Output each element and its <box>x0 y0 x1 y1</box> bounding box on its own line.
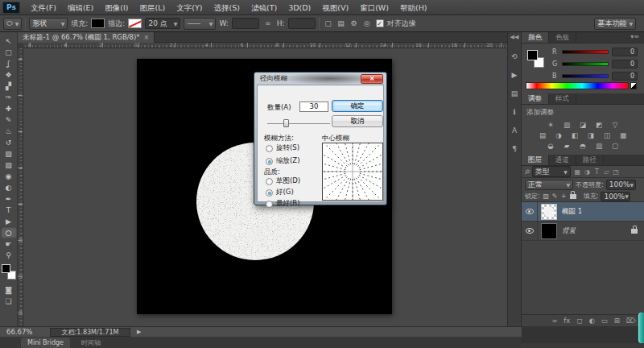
filter-shape-layers-icon[interactable]: ▱ <box>602 168 611 176</box>
quality-radio[interactable]: 草图(D) <box>266 176 300 186</box>
black-white-icon[interactable]: ◧ <box>569 130 580 139</box>
hue-saturation-icon[interactable]: ▤ <box>537 130 548 139</box>
menu-item[interactable]: 文件(F) <box>25 0 62 15</box>
levels-icon[interactable]: ▥ <box>561 120 572 129</box>
color-ramp[interactable] <box>526 82 629 89</box>
panel-tab[interactable]: 样式 <box>549 93 576 104</box>
tool-preset-picker[interactable]: ⬭▼ <box>3 18 22 30</box>
panel-tab[interactable]: 颜色 <box>522 32 549 43</box>
layer-name[interactable]: 椭圆 1 <box>562 207 582 217</box>
blur-method-radio[interactable]: 旋转(S) <box>266 143 299 153</box>
curves-icon[interactable]: ◪ <box>577 120 588 129</box>
color-lookup-icon[interactable]: ▩ <box>617 130 629 139</box>
amount-input[interactable]: 30 <box>299 102 328 112</box>
vibrance-icon[interactable]: ▽ <box>609 120 621 129</box>
blue-value[interactable]: 0 <box>612 72 638 81</box>
filter-smart-objects-icon[interactable]: ◳ <box>612 168 621 176</box>
paragraph-panel-icon[interactable]: ¶ <box>508 143 521 155</box>
horizontal-ruler[interactable]: 64202468101214161820 <box>18 43 507 48</box>
slider-thumb[interactable] <box>283 119 289 127</box>
shape-height-field[interactable] <box>288 18 316 29</box>
threshold-icon[interactable]: ◓ <box>577 141 588 150</box>
layer-style-icon[interactable]: fx <box>564 317 570 325</box>
panel-tab[interactable]: 色板 <box>549 32 576 43</box>
path-arrangement-icon[interactable]: ⚙ <box>349 19 360 27</box>
visibility-toggle[interactable] <box>522 222 538 240</box>
timeline-tab[interactable]: 时间轴 <box>75 338 107 348</box>
blue-slider[interactable] <box>562 74 609 78</box>
eraser-tool[interactable]: ▨ <box>1 148 17 160</box>
color-balance-icon[interactable]: ◑ <box>553 130 564 139</box>
menu-item[interactable]: 滤镜(T) <box>246 0 283 15</box>
hand-tool[interactable]: ☛ <box>1 238 17 250</box>
green-value[interactable]: 0 <box>612 60 638 68</box>
menu-item[interactable]: 视图(V) <box>316 0 354 15</box>
layer-thumbnail[interactable] <box>541 223 557 239</box>
actions-panel-icon[interactable]: ▶ <box>508 69 521 81</box>
eyedropper-tool[interactable]: ✑ <box>1 92 17 103</box>
zoom-level-field[interactable]: 66.67% <box>6 328 39 336</box>
properties-panel-icon[interactable]: ▤ <box>508 88 521 99</box>
panel-tab[interactable]: 调整 <box>522 93 549 104</box>
close-button[interactable]: ✕ <box>361 74 383 84</box>
filter-type-layers-icon[interactable]: T <box>592 168 601 176</box>
photo-filter-icon[interactable]: ◨ <box>585 130 597 139</box>
amount-slider[interactable] <box>267 119 330 127</box>
blend-mode-select[interactable]: 正常▼ <box>525 180 573 190</box>
menu-item[interactable]: 窗口(W) <box>354 0 394 15</box>
path-alignment-icon[interactable]: ▤ <box>336 19 347 27</box>
clone-stamp-tool[interactable]: ♨ <box>1 126 17 137</box>
quality-radio[interactable]: 好(G) <box>266 188 300 197</box>
bw-ramp-end[interactable] <box>630 82 637 89</box>
menu-item[interactable]: 选择(S) <box>208 0 245 15</box>
cancel-button[interactable]: 取消 <box>332 115 383 127</box>
dodge-tool[interactable]: ◐ <box>1 182 17 193</box>
exposure-icon[interactable]: ◩ <box>593 120 605 129</box>
screen-mode-button[interactable]: ❏ <box>1 296 17 307</box>
gradient-map-icon[interactable]: ▥ <box>593 141 605 150</box>
lock-pixels-icon[interactable]: ✎ <box>551 193 559 200</box>
character-panel-icon[interactable]: A <box>508 125 521 136</box>
red-value[interactable]: 0 <box>612 48 638 56</box>
quick-selection-tool[interactable]: ❖ <box>1 69 17 81</box>
layer-thumbnail[interactable] <box>541 204 557 220</box>
menu-item[interactable]: 编辑(E) <box>62 0 99 15</box>
add-layer-mask-icon[interactable]: ◻ <box>576 317 582 325</box>
new-group-icon[interactable]: ▭ <box>601 317 608 325</box>
fill-color-swatch[interactable] <box>91 19 105 28</box>
expand-panels-icon[interactable]: ◀◀ <box>510 34 519 44</box>
panel-tab[interactable]: 图层 <box>522 155 549 165</box>
fill-field[interactable]: 100%▼ <box>601 192 630 201</box>
selective-color-icon[interactable]: ▢ <box>609 141 621 150</box>
lock-all-icon[interactable] <box>570 194 576 199</box>
blur-tool[interactable]: ◉ <box>1 171 17 182</box>
filter-pixel-layers-icon[interactable]: ▦ <box>573 168 582 176</box>
menu-item[interactable]: 图像(I) <box>99 0 134 15</box>
visibility-toggle[interactable] <box>522 202 538 221</box>
menu-item[interactable]: 文字(Y) <box>171 0 208 15</box>
quick-mask-button[interactable]: ◙ <box>1 284 17 296</box>
filter-adjustment-layers-icon[interactable]: ◑ <box>583 168 592 176</box>
green-slider[interactable] <box>562 62 609 66</box>
info-panel-icon[interactable]: ℹ <box>508 106 521 118</box>
posterize-icon[interactable]: ▰ <box>561 141 572 150</box>
history-panel-icon[interactable]: ⟲ <box>508 51 521 62</box>
foreground-color-swatch[interactable] <box>527 50 538 60</box>
stroke-width-field[interactable]: 20 点▼ <box>145 18 180 29</box>
history-brush-tool[interactable]: ↺ <box>1 137 17 148</box>
invert-icon[interactable]: ◒ <box>545 141 556 150</box>
stroke-style-select[interactable]: ——▼ <box>184 18 216 30</box>
blur-method-radio[interactable]: 缩放(Z) <box>266 156 299 166</box>
panel-tab[interactable]: 通道 <box>549 155 576 165</box>
align-edges-checkbox[interactable]: ✓ <box>376 19 384 27</box>
dialog-title-bar[interactable]: 径向模糊 ✕ <box>257 72 384 85</box>
move-tool[interactable]: ↖ <box>1 35 17 47</box>
lock-position-icon[interactable]: + <box>560 193 568 200</box>
gradient-tool[interactable]: ▧ <box>1 160 17 171</box>
shape-width-field[interactable] <box>232 18 259 29</box>
link-layers-icon[interactable]: ∞ <box>551 317 557 325</box>
ok-button[interactable]: 确定 <box>332 100 383 112</box>
layer-row-background[interactable]: 背景 <box>522 222 644 241</box>
brightness-contrast-icon[interactable]: ☀ <box>545 120 556 129</box>
layer-filter-select[interactable]: 类型▼ <box>532 166 571 177</box>
